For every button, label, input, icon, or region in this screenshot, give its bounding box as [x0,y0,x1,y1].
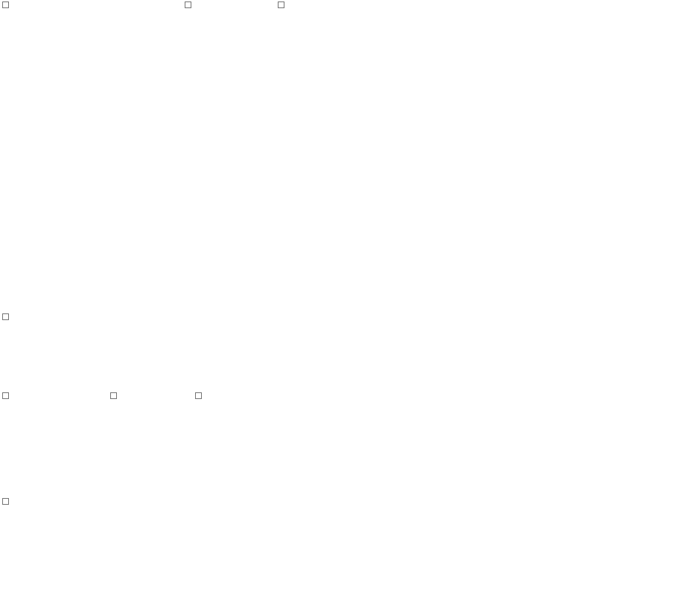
macd-legend [0,392,700,402]
gd100-legend-item [278,1,288,8]
gd38-swatch-icon [185,1,191,8]
exp-legend-item [110,392,121,399]
macd-swatch-icon [2,392,9,399]
price-series-swatch-icon [2,1,9,8]
exp-swatch-icon [110,392,117,399]
volume-swatch-icon [2,313,9,320]
rsi-legend-item [2,498,13,505]
rsi-legend [0,498,700,508]
volume-legend [0,313,700,323]
macd-legend-item [2,392,13,399]
rsi-swatch-icon [2,498,9,505]
price-series-legend-item [2,1,13,8]
stock-chart-page [0,0,700,606]
divergence-swatch-icon [195,392,202,399]
price-legend [0,1,700,11]
divergence-legend-item [195,392,206,399]
gd38-legend-item [185,1,195,8]
volume-legend-item [2,313,13,320]
chart-canvas[interactable] [0,0,700,606]
gd100-swatch-icon [278,1,284,8]
